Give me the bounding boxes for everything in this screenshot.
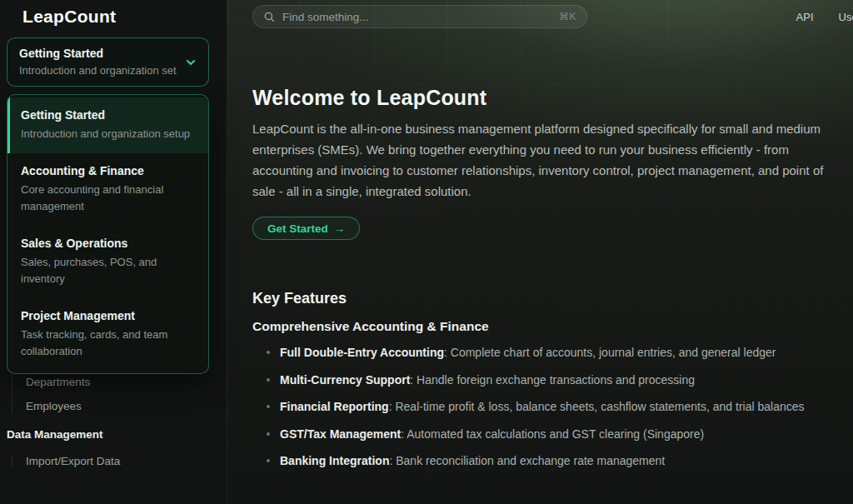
feature-item: Full Double-Entry Accounting: Complete c… <box>252 346 836 360</box>
search-shortcut-hint: ⌘K <box>559 11 576 22</box>
section-selector-title: Getting Started <box>19 47 197 60</box>
user-link[interactable]: User <box>839 11 853 23</box>
feature-description: : Handle foreign exchange transactions a… <box>410 373 695 387</box>
feature-term: Full Double-Entry Accounting <box>280 346 444 359</box>
dropdown-item-project-management[interactable]: Project Management Task tracking, cards,… <box>7 298 208 371</box>
bullet-icon <box>267 405 270 408</box>
sidebar-nav-group: Import/Export Data <box>12 455 227 468</box>
feature-term: GST/Tax Management <box>280 427 401 441</box>
feature-text: Banking Integration: Bank reconciliation… <box>280 454 665 468</box>
feature-term: Multi-Currency Support <box>280 373 410 387</box>
bullet-icon <box>267 378 270 382</box>
bullet-icon <box>267 432 270 436</box>
bullet-icon <box>267 351 270 354</box>
section-dropdown-menu: Getting Started Introduction and organiz… <box>7 94 209 374</box>
chevron-down-icon <box>184 56 197 69</box>
dropdown-item-getting-started[interactable]: Getting Started Introduction and organiz… <box>7 97 208 153</box>
dropdown-item-subtitle: Introduction and organization setup <box>21 126 195 142</box>
api-link[interactable]: API <box>796 11 814 23</box>
key-features-heading: Key Features <box>252 290 347 307</box>
dropdown-item-subtitle: Sales, purchases, POS, and inventory <box>21 254 195 287</box>
main-content: ⌘K API User Welcome to LeapCount LeapCou… <box>227 0 853 504</box>
features-subheading: Comprehensive Accounting & Finance <box>252 319 489 334</box>
search-input[interactable] <box>282 11 551 23</box>
dropdown-item-title: Project Management <box>21 309 195 322</box>
feature-term: Financial Reporting <box>280 400 389 413</box>
intro-paragraph: LeapCount is the all-in-one business man… <box>252 118 831 202</box>
dropdown-item-subtitle: Task tracking, cards, and team collabora… <box>21 327 195 360</box>
arrow-right-icon: → <box>334 222 346 235</box>
feature-description: : Automated tax calculations and GST cle… <box>401 427 704 441</box>
dropdown-item-title: Accounting & Finance <box>21 164 195 177</box>
search-bar[interactable]: ⌘K <box>252 5 587 28</box>
feature-description: : Bank reconciliation and exchange rate … <box>389 454 665 467</box>
bullet-icon <box>267 459 270 462</box>
feature-text: Full Double-Entry Accounting: Complete c… <box>280 346 776 360</box>
get-started-label: Get Started <box>267 222 328 235</box>
feature-item: Banking Integration: Bank reconciliation… <box>252 454 836 468</box>
sidebar-item-employees[interactable]: Employees <box>26 400 227 413</box>
feature-description: : Complete chart of accounts, journal en… <box>444 346 776 359</box>
feature-term: Banking Integration <box>280 454 389 467</box>
section-selector-subtitle: Introduction and organization set... <box>19 64 177 77</box>
topbar-links: API User <box>796 11 853 23</box>
dropdown-item-sales-operations[interactable]: Sales & Operations Sales, purchases, POS… <box>7 226 208 298</box>
app-logo[interactable]: LeapCount <box>22 7 116 27</box>
feature-item: Financial Reporting: Real-time profit & … <box>252 400 836 414</box>
get-started-button[interactable]: Get Started → <box>252 217 360 240</box>
section-selector[interactable]: Getting Started Introduction and organiz… <box>7 37 209 87</box>
dropdown-item-subtitle: Core accounting and financial management <box>21 182 195 215</box>
dropdown-item-accounting-finance[interactable]: Accounting & Finance Core accounting and… <box>7 153 208 226</box>
dropdown-item-title: Sales & Operations <box>21 237 195 250</box>
sidebar-section-data-management: Data Management <box>7 428 227 441</box>
feature-description: : Real-time profit & loss, balance sheet… <box>389 400 805 413</box>
sidebar: LeapCount Getting Started Introduction a… <box>0 0 227 504</box>
search-icon <box>263 11 275 22</box>
app-window: LeapCount Getting Started Introduction a… <box>0 0 853 504</box>
page-title: Welcome to LeapCount <box>252 86 486 110</box>
feature-text: Multi-Currency Support: Handle foreign e… <box>280 373 695 387</box>
feature-list: Full Double-Entry Accounting: Complete c… <box>252 346 836 482</box>
feature-text: Financial Reporting: Real-time profit & … <box>280 400 805 414</box>
sidebar-item-departments[interactable]: Departments <box>26 376 227 389</box>
feature-item: GST/Tax Management: Automated tax calcul… <box>252 427 836 442</box>
sidebar-item-import-export-data[interactable]: Import/Export Data <box>26 455 227 468</box>
feature-text: GST/Tax Management: Automated tax calcul… <box>280 427 704 442</box>
dropdown-item-title: Getting Started <box>21 108 195 122</box>
feature-item: Multi-Currency Support: Handle foreign e… <box>252 373 836 387</box>
